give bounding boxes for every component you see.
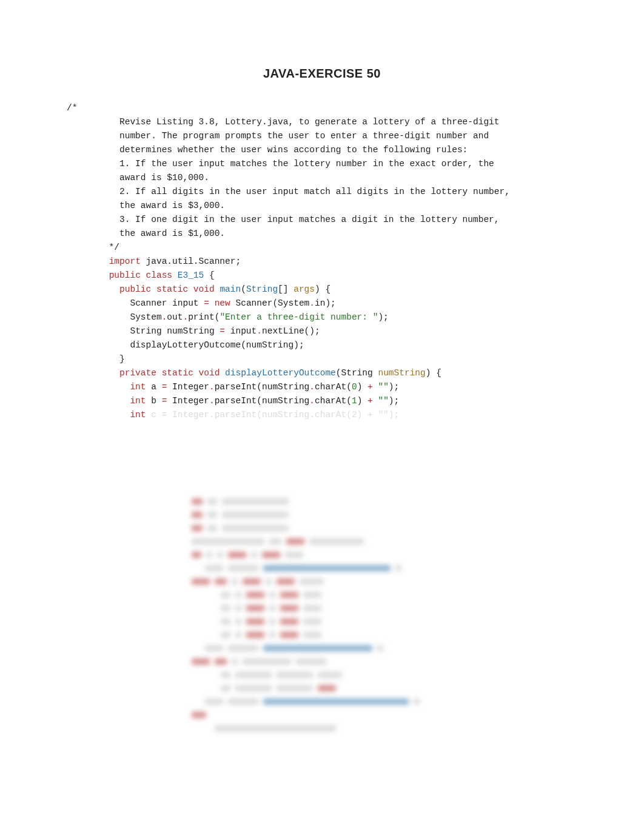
comment-line: 2. If all digits in the user input match… <box>67 187 510 196</box>
comment-line: number. The program prompts the user to … <box>67 131 489 141</box>
ns-a: String numString <box>109 326 220 336</box>
empty-str: "" <box>373 382 389 392</box>
sys: System <box>109 312 162 322</box>
rp-brace: ) { <box>315 284 330 294</box>
dot: . <box>309 396 315 406</box>
num-1: 1 <box>352 396 357 406</box>
op-eq: = <box>204 298 209 308</box>
kw-int: int <box>130 396 146 406</box>
faded-line: c = Integer.parseInt(numString.charAt(2)… <box>146 410 400 420</box>
page: JAVA-EXERCISE 50 /* Revise Listing 3.8, … <box>0 0 644 771</box>
method-dlo: displayLotteryOutcome <box>225 368 336 378</box>
kw-static: static <box>162 368 193 378</box>
in-rp: in); <box>315 298 336 308</box>
op-plus: + <box>367 382 373 392</box>
var-a: a <box>146 382 162 392</box>
scanner-a: Scanner input <box>109 298 204 308</box>
integer: Integer <box>167 382 209 392</box>
kw-static: static <box>156 284 188 294</box>
kw-int: int <box>130 410 146 420</box>
op-eq: = <box>220 326 225 336</box>
kw-class: class <box>146 270 173 280</box>
dot: . <box>209 382 215 392</box>
class-name: E3_15 <box>178 270 204 280</box>
print: print( <box>188 312 220 322</box>
kw-private: private <box>119 368 156 378</box>
kw-void: void <box>193 284 215 294</box>
comment-line: award is $10,000. <box>67 173 209 183</box>
kw-public: public <box>109 270 141 280</box>
dot: . <box>257 326 262 336</box>
dot: . <box>209 396 215 406</box>
code-block: /* Revise Listing 3.8, Lottery.java, to … <box>67 101 577 422</box>
dot: . <box>309 382 315 392</box>
ns-b: input <box>225 326 257 336</box>
num-0: 0 <box>352 382 357 392</box>
kw-public: public <box>119 284 151 294</box>
kw-new: new <box>209 298 230 308</box>
parseint: parseInt(numString <box>215 382 310 392</box>
dot: . <box>309 298 315 308</box>
kw-int: int <box>130 382 146 392</box>
integer: Integer <box>167 396 209 406</box>
kw-void: void <box>199 368 220 378</box>
comment-line: the award is $3,000. <box>67 201 225 210</box>
comment-line: 3. If one digit in the user input matche… <box>67 215 500 224</box>
rbrace: } <box>109 354 125 364</box>
param-numstring: numString <box>378 368 425 378</box>
lp2: (String <box>336 368 378 378</box>
out: out <box>167 312 183 322</box>
comment-line: Revise Listing 3.8, Lottery.java, to gen… <box>67 117 500 127</box>
charat: charAt( <box>315 396 352 406</box>
rp: ) <box>357 396 367 406</box>
scanner-b: Scanner(System <box>230 298 310 308</box>
type-string: String <box>246 284 278 294</box>
dot: . <box>183 312 188 322</box>
comment-line: determines whether the user wins accordi… <box>67 145 468 155</box>
comment-close: */ <box>67 243 119 252</box>
brace: { <box>204 270 214 280</box>
nextline: nextLine(); <box>262 326 320 336</box>
op-plus: + <box>367 396 373 406</box>
rp-semi2: ); <box>389 396 399 406</box>
rp-semi2: ); <box>389 382 399 392</box>
page-title: JAVA-EXERCISE 50 <box>67 67 577 81</box>
comment-open: /* <box>67 103 77 113</box>
import-rest: java.util.Scanner; <box>141 257 241 266</box>
kw-import: import <box>109 257 141 266</box>
comment-line: the award is $1,000. <box>67 229 225 238</box>
string-prompt: "Enter a three-digit number: " <box>220 312 378 322</box>
rp-semi: ); <box>378 312 388 322</box>
param-args: args <box>293 284 315 294</box>
call-dlo: displayLotteryOutcome(numString); <box>109 340 304 350</box>
blurred-preview <box>67 495 577 735</box>
empty-str: "" <box>373 396 389 406</box>
blurred-code <box>192 495 452 735</box>
comment-line: 1. If the user input matches the lottery… <box>67 159 494 169</box>
lp: ( <box>241 284 246 294</box>
method-main: main <box>220 284 241 294</box>
arr: [] <box>278 284 293 294</box>
var-b: b <box>146 396 162 406</box>
rp: ) <box>357 382 367 392</box>
rp-brace2: ) { <box>426 368 441 378</box>
charat: charAt( <box>315 382 352 392</box>
parseint: parseInt(numString <box>215 396 310 406</box>
